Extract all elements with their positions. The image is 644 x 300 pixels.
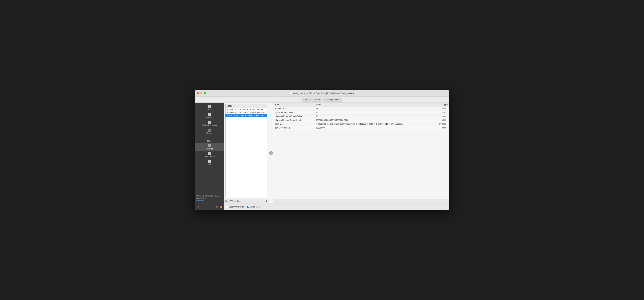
kv-key-cell: bluetoothExternalDongleFailed	[274, 114, 314, 118]
file-icon: 📄	[290, 92, 292, 94]
sidebar-item-device-properties[interactable]: DeviceProperties	[195, 120, 224, 127]
table-row[interactable]: SystemAudioVolume46DATA▲▼	[274, 111, 449, 114]
write-flash-checkbox[interactable]	[247, 206, 249, 208]
kv-table-header: Key* Value Type	[274, 103, 449, 107]
table-row[interactable]: boot-args-v agdpmod=pikera debug=0x100 k…	[274, 122, 449, 126]
arrow-right-button[interactable]: ➡	[269, 151, 273, 155]
sidebar-item-platform-info[interactable]: PlatformInfo	[195, 151, 224, 159]
sidebar-item-nvram-label: NVRAM	[206, 148, 213, 150]
changelog-text: Opencore Configurator 2.76.1.0 changelog…	[196, 195, 222, 202]
sidebar-item-kernel[interactable]: Kernel	[195, 127, 224, 135]
uuid-rows: 4D1EDE05-38C7-4A6A-9CC6-4BCCA8B38C144D1F…	[226, 108, 267, 117]
kv-table: Key* Value Type EnableTRIM01DATA▲▼System…	[274, 103, 449, 130]
sidebar-item-booter-label: Booter	[206, 116, 212, 119]
uuid-row[interactable]: 4D1FDA02-38C7-4A6A-9CC6-4BCCA8B30102	[226, 111, 267, 114]
legacy-schema-button[interactable]: LegacySchema	[323, 98, 342, 101]
sidebar-item-misc-label: Misc	[207, 140, 211, 142]
uuid-row[interactable]: 7C436110-AB2A-4BBB-A880-FE41995C9F82	[226, 114, 267, 117]
legacy-overwrite-option[interactable]: LegacyOverwrite	[226, 206, 244, 208]
write-flash-option[interactable]: WriteFlash	[247, 206, 260, 208]
uuid-footer-controls: − +	[263, 200, 267, 203]
uuid-header: UUID	[226, 104, 267, 108]
share-icon[interactable]	[215, 206, 218, 209]
read-more-link[interactable]: read more	[196, 200, 204, 202]
traffic-lights	[197, 92, 206, 94]
kv-plus-button[interactable]: +	[446, 200, 448, 203]
kv-minus-button[interactable]: −	[444, 200, 445, 203]
nvram-icon	[208, 144, 211, 147]
sidebar: ACPIBooterDevicePropertiesKernelMiscNVRA…	[195, 103, 224, 210]
sidebar-item-acpi[interactable]: ACPI	[195, 104, 224, 112]
kv-footer: − +	[274, 199, 449, 203]
kv-value-cell: 46	[314, 111, 434, 114]
toolbar: Add Delete LegacySchema	[195, 97, 449, 103]
kv-value-cell: 03080000	[314, 126, 434, 130]
minimize-button[interactable]	[200, 92, 202, 94]
kernel-icon	[208, 129, 211, 131]
uuid-minus-button[interactable]: −	[263, 200, 264, 203]
sidebar-item-device-properties-label: DeviceProperties	[202, 124, 217, 126]
sidebar-items: ACPIBooterDevicePropertiesKernelMiscNVRA…	[195, 103, 224, 193]
sidebar-footer: ⏻ 🐸	[195, 204, 224, 210]
kv-footer-controls: − +	[444, 200, 448, 203]
write-flash-label: WriteFlash	[250, 206, 260, 208]
power-icon[interactable]: ⏻	[196, 206, 199, 209]
bottom-options: LegacyOverwrite WriteFlash	[224, 203, 449, 210]
col-value: Value	[314, 103, 434, 107]
kv-type-cell: STRING▲▼	[434, 122, 449, 126]
kv-key-cell: boot-args	[274, 122, 314, 126]
kv-type-cell: DATA▲▼	[434, 111, 449, 114]
table-row[interactable]: bluetoothInternalControllerInfo00000000 …	[274, 118, 449, 122]
sidebar-item-booter[interactable]: Booter	[195, 112, 224, 120]
close-button[interactable]	[197, 92, 199, 94]
sidebar-item-acpi-label: ACPI	[207, 108, 212, 111]
kv-type-cell: DATA▲▼	[434, 126, 449, 130]
sidebar-bottom: Opencore Configurator 2.76.1.0 changelog…	[195, 193, 224, 204]
window-title-area: 📄 config.plist - for Official OpenCore […	[290, 92, 354, 94]
table-row[interactable]: bluetoothExternalDongleFailed00DATA▲▼	[274, 114, 449, 118]
sidebar-item-kernel-label: Kernel	[206, 132, 212, 134]
uuid-panel: UUID 4D1EDE05-38C7-4A6A-9CC6-4BCCA8B38C1…	[224, 103, 269, 203]
kv-key-cell: SystemAudioVolume	[274, 111, 314, 114]
uuid-table-wrap: UUID 4D1EDE05-38C7-4A6A-9CC6-4BCCA8B38C1…	[225, 104, 267, 197]
get-nvram-button[interactable]: Get NVRAM data	[225, 200, 241, 202]
kv-value-cell: 00000000 00000000 00000000 0000	[314, 118, 434, 122]
table-row[interactable]: EnableTRIM01DATA▲▼	[274, 107, 449, 111]
maximize-button[interactable]	[204, 92, 206, 94]
sidebar-item-misc[interactable]: Misc	[195, 135, 224, 143]
acpi-icon	[208, 105, 211, 108]
kv-table-wrap: Key* Value Type EnableTRIM01DATA▲▼System…	[274, 103, 449, 199]
kv-value-cell: 00	[314, 114, 434, 118]
kv-rows: EnableTRIM01DATA▲▼SystemAudioVolume46DAT…	[274, 107, 449, 130]
window-title: config.plist - for Official OpenCore [1.…	[294, 92, 354, 94]
uuid-row[interactable]: 4D1EDE05-38C7-4A6A-9CC6-4BCCA8B38C14	[226, 108, 267, 111]
frog-icon[interactable]: 🐸	[219, 206, 222, 209]
main-area: ACPIBooterDevicePropertiesKernelMiscNVRA…	[195, 103, 449, 210]
uuid-plus-button[interactable]: +	[266, 200, 267, 203]
add-button[interactable]: Add	[302, 98, 310, 101]
legacy-overwrite-checkbox[interactable]	[226, 206, 228, 208]
kv-panel: Key* Value Type EnableTRIM01DATA▲▼System…	[274, 103, 449, 203]
kv-value-cell: 01	[314, 107, 434, 111]
misc-icon	[208, 137, 211, 139]
platform-info-icon	[208, 152, 211, 155]
col-type: Type	[434, 103, 449, 107]
sidebar-item-uefi[interactable]: UEFI	[195, 159, 224, 167]
kv-key-cell: EnableTRIM	[274, 107, 314, 111]
kv-key-cell: csr-active-config	[274, 126, 314, 130]
changelog-label: Opencore Configurator 2.76.1.0 changelog…	[196, 195, 221, 199]
delete-button[interactable]: Delete	[312, 98, 322, 101]
booter-icon	[208, 113, 211, 116]
col-key: Key*	[274, 103, 314, 107]
horizontal-layout: UUID 4D1EDE05-38C7-4A6A-9CC6-4BCCA8B38C1…	[224, 103, 449, 203]
kv-key-cell: bluetoothInternalControllerInfo	[274, 118, 314, 122]
table-row[interactable]: csr-active-config03080000DATA▲▼	[274, 126, 449, 130]
kv-value-cell: -v agdpmod=pikera debug=0x100 keepsyms=1…	[314, 122, 434, 126]
uuid-footer: Get NVRAM data − +	[224, 199, 268, 203]
kv-type-cell: DATA▲▼	[434, 114, 449, 118]
main-window: 📄 config.plist - for Official OpenCore […	[195, 90, 449, 210]
kv-type-cell: DATA▲▼	[434, 107, 449, 111]
sidebar-item-nvram[interactable]: NVRAM	[195, 143, 224, 151]
sidebar-item-platform-info-label: PlatformInfo	[204, 156, 215, 158]
title-bar: 📄 config.plist - for Official OpenCore […	[195, 90, 449, 97]
